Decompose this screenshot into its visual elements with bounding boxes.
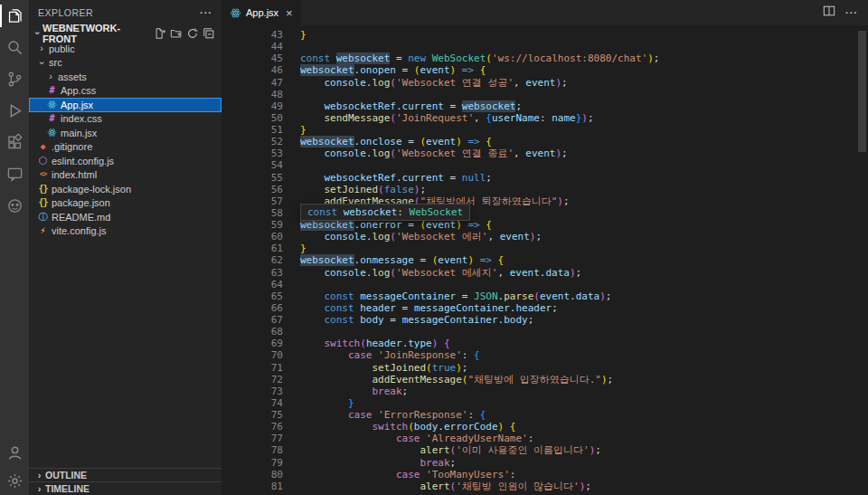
tab-app-jsx[interactable]: App.jsx × (222, 0, 301, 25)
code-token: const (300, 52, 336, 64)
code-line[interactable]: 63 console.log('Websocket 메세지', event.da… (222, 267, 868, 279)
line-number: 58 (222, 207, 300, 219)
code-token: 'Websocket 메세지' (396, 267, 497, 279)
code-line-content: setJoined(true); (300, 362, 868, 374)
code-line[interactable]: 76 switch(body.errorCode) { (222, 421, 868, 433)
timeline-section[interactable]: › TIMELINE (29, 481, 222, 495)
code-line[interactable]: 55 websocketRef.current = null; (222, 172, 868, 184)
source-control-icon[interactable] (0, 63, 29, 95)
code-line[interactable]: 64 (222, 279, 868, 290)
chat-icon[interactable] (0, 158, 29, 190)
code-line[interactable]: 51} (222, 124, 868, 136)
code-token: ; (486, 172, 492, 184)
code-token: = (396, 302, 414, 314)
code-line[interactable]: 74 } (222, 397, 868, 409)
file-package-lock-json[interactable]: {}package-lock.json (29, 182, 222, 196)
explorer-icon[interactable] (0, 0, 29, 32)
folder-assets[interactable]: ›assets (29, 70, 222, 84)
code-line[interactable]: 50 sendMessage('JoinRequest', {userName:… (222, 112, 868, 124)
code-token: ( (378, 184, 384, 195)
accounts-icon[interactable] (0, 439, 29, 467)
code-token: => (467, 136, 479, 148)
file-label: assets (56, 71, 87, 82)
file-app-css[interactable]: #App.css (29, 84, 222, 99)
code-line[interactable]: 52websocket.onclose = (event) => { (222, 136, 868, 148)
code-token: type (408, 338, 432, 349)
file-eslint-config-js[interactable]: eslint.config.js (29, 154, 222, 168)
code-token: alert (420, 481, 449, 492)
code-line[interactable]: 45const websocket = new WebSocket('ws://… (222, 52, 868, 64)
code-line[interactable]: 46websocket.onopen = (event) => { (222, 64, 868, 76)
code-line[interactable]: 49 websocketRef.current = websocket; (222, 100, 868, 112)
search-icon[interactable] (0, 32, 29, 63)
file-package-json[interactable]: {}package.json (29, 196, 222, 211)
code-line[interactable]: 53 console.log('Websocket 연결 종료', event)… (222, 148, 868, 159)
code-line[interactable]: 79 break; (222, 457, 868, 469)
file-vite-config-js[interactable]: ⚡vite.config.js (29, 224, 222, 239)
new-folder-icon[interactable] (170, 27, 183, 40)
react-icon (230, 7, 241, 19)
code-token: const (325, 290, 361, 302)
json-icon: {} (36, 185, 50, 194)
code-line[interactable]: 81 alert('채팅방 인원이 많습니다'); (222, 481, 868, 492)
code-line[interactable]: 54 (222, 159, 868, 171)
refresh-icon[interactable] (186, 27, 199, 40)
code-token: data (545, 267, 570, 279)
close-icon[interactable]: × (286, 6, 293, 20)
code-line[interactable]: 66 const header = messageContainer.heade… (222, 302, 868, 314)
code-line[interactable]: 65 const messageContainer = JSON.parse(e… (222, 290, 868, 302)
new-file-icon[interactable] (154, 27, 166, 40)
code-line[interactable]: 69 switch(header.type) { (222, 338, 868, 349)
sidebar-more-actions-icon[interactable]: ··· (200, 7, 212, 18)
code-line[interactable]: 61} (222, 243, 868, 254)
code-line[interactable]: 56 setJoined(false); (222, 184, 868, 195)
folder-src[interactable]: ›src (29, 56, 222, 71)
line-number: 57 (222, 195, 300, 207)
file-readme-md[interactable]: ⓘREADME.md (29, 210, 222, 224)
code-line[interactable]: 77 case 'AlreadyUserName': (222, 433, 868, 444)
file-app-jsx[interactable]: App.jsx (29, 98, 222, 112)
code-line[interactable]: 72 addEventMessage("채팅방에 입장하였습니다."); (222, 374, 868, 386)
file-label: README.md (50, 212, 110, 223)
file-gitignore[interactable]: ◆.gitignore (29, 140, 222, 155)
code-line[interactable]: 71 setJoined(true); (222, 362, 868, 374)
split-editor-icon[interactable] (823, 5, 835, 21)
code-line[interactable]: 73 break; (222, 386, 868, 397)
code-line[interactable]: 80 case 'TooManyUsers': (222, 469, 868, 481)
editor-scrollbar[interactable] (858, 31, 866, 152)
code-line[interactable]: 62websocket.onmessage = (event) => { (222, 254, 868, 266)
file-main-jsx[interactable]: main.jsx (29, 126, 222, 140)
outline-section[interactable]: › OUTLINE (29, 468, 222, 481)
code-token: : (510, 469, 516, 481)
code-token: 'Websocket 연결 성공' (396, 77, 514, 89)
run-and-debug-icon[interactable] (0, 95, 29, 127)
code-line[interactable]: 60 console.log('Websocket 에러', event); (222, 231, 868, 243)
code-line[interactable]: 78 alert('이미 사용중인 이름입니다'); (222, 444, 868, 456)
file-index-html[interactable]: <>index.html (29, 168, 222, 183)
code-line[interactable]: 47 console.log('Websocket 연결 성공', event)… (222, 77, 868, 89)
code-token: body (504, 314, 528, 326)
code-token: setJoined (325, 184, 379, 195)
code-token (300, 481, 420, 492)
code-token: , (514, 77, 525, 89)
code-token: header (366, 338, 402, 349)
more-actions-icon[interactable]: ··· (845, 7, 858, 18)
extensions-icon[interactable] (0, 127, 29, 158)
file-index-css[interactable]: #index.css (29, 112, 222, 127)
code-line[interactable]: 68 (222, 326, 868, 338)
code-line[interactable]: 44 (222, 41, 868, 52)
code-line[interactable]: 75 case 'ErrorResponse': { (222, 409, 868, 421)
settings-icon[interactable] (0, 467, 29, 495)
copilot-icon[interactable] (0, 190, 29, 222)
code-line[interactable]: 67 const body = messageContainer.body; (222, 314, 868, 326)
code-token: { (486, 136, 492, 148)
collapse-all-icon[interactable] (203, 27, 215, 40)
code-line[interactable]: 43} (222, 29, 868, 41)
folder-public[interactable]: ›public (29, 42, 222, 56)
code-line[interactable]: 70 case 'JoinResponse': { (222, 349, 868, 361)
project-section-header[interactable]: › WEBNETWORK-FRONT (29, 24, 222, 42)
git-icon: ◆ (36, 142, 50, 151)
code-line[interactable]: 48 (222, 89, 868, 100)
file-label: App.jsx (59, 100, 93, 110)
code-editor[interactable]: 43}4445const websocket = new WebSocket('… (222, 25, 868, 495)
